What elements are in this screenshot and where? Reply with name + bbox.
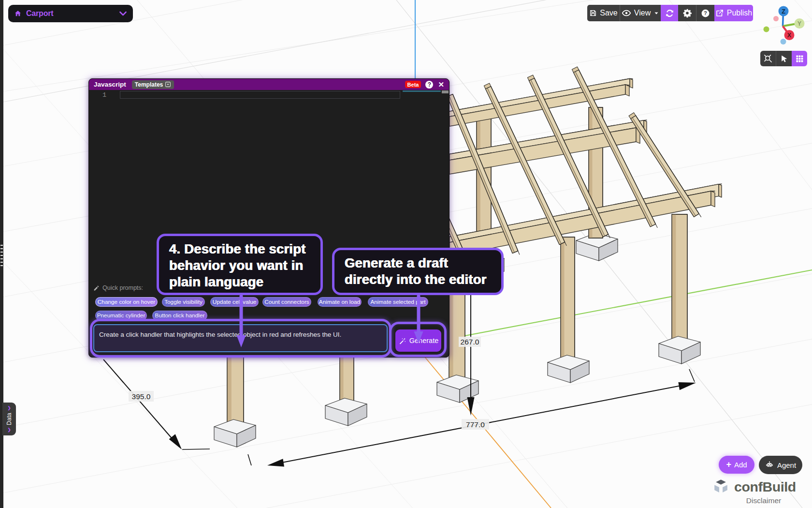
svg-text:267.0: 267.0 [461, 338, 479, 346]
svg-text:?: ? [704, 10, 707, 16]
svg-text:X: X [787, 32, 792, 39]
svg-text:395.0: 395.0 [132, 392, 151, 401]
svg-text:Z: Z [782, 8, 785, 15]
svg-text:777.0: 777.0 [466, 420, 485, 429]
svg-text:Y: Y [798, 20, 802, 27]
